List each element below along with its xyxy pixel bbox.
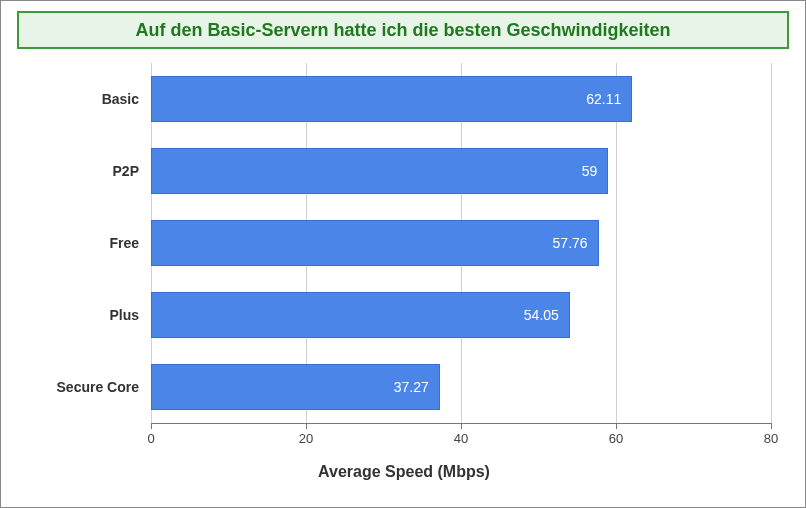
x-tick-label: 40: [454, 431, 468, 446]
x-tick-label: 0: [147, 431, 154, 446]
bar-value-label: 54.05: [524, 307, 559, 323]
bar-row-p2p: P2P 59: [151, 148, 608, 194]
category-label: Basic: [102, 91, 151, 107]
x-tick-label: 80: [764, 431, 778, 446]
bar-secure-core: 37.27: [151, 364, 440, 410]
x-axis-title: Average Speed (Mbps): [1, 463, 806, 481]
x-tick-label: 20: [299, 431, 313, 446]
bar-value-label: 57.76: [553, 235, 588, 251]
bar-p2p: 59: [151, 148, 608, 194]
plot-area: 0 20 40 60 80 Basic 62.11 P2P 59 Free: [151, 63, 771, 423]
category-label: Secure Core: [57, 379, 151, 395]
x-tick: [151, 423, 152, 429]
bar-value-label: 62.11: [586, 91, 621, 107]
x-tick: [306, 423, 307, 429]
chart-title: Auf den Basic-Servern hatte ich die best…: [17, 11, 789, 49]
x-tick: [461, 423, 462, 429]
bar-free: 57.76: [151, 220, 599, 266]
x-tick: [616, 423, 617, 429]
bar-value-label: 37.27: [394, 379, 429, 395]
x-tick: [771, 423, 772, 429]
bar-row-plus: Plus 54.05: [151, 292, 570, 338]
chart-frame: { "title": "Auf den Basic-Servern hatte …: [0, 0, 806, 508]
bar-basic: 62.11: [151, 76, 632, 122]
x-tick-label: 60: [609, 431, 623, 446]
bar-row-secure-core: Secure Core 37.27: [151, 364, 440, 410]
category-label: Free: [109, 235, 151, 251]
bar-plus: 54.05: [151, 292, 570, 338]
grid-line: [771, 63, 772, 423]
bar-value-label: 59: [582, 163, 598, 179]
category-label: Plus: [109, 307, 151, 323]
bar-row-free: Free 57.76: [151, 220, 599, 266]
category-label: P2P: [113, 163, 151, 179]
bar-row-basic: Basic 62.11: [151, 76, 632, 122]
